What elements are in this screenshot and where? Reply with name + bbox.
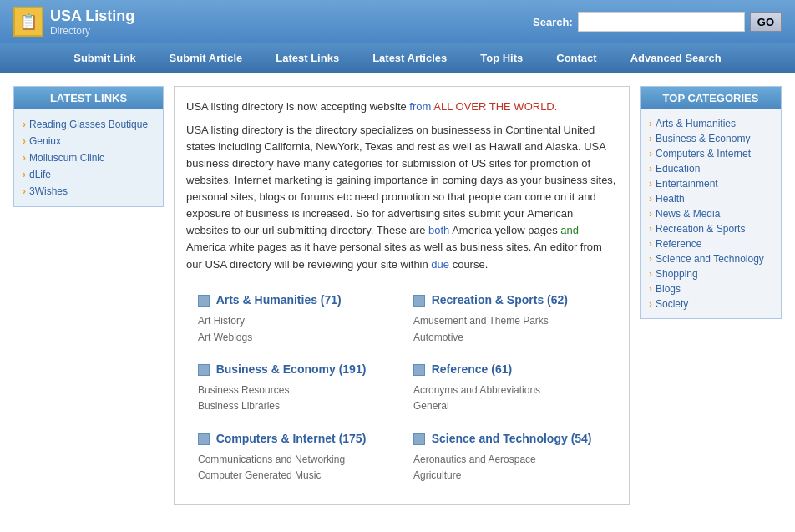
list-item[interactable]: Business & Economy bbox=[649, 131, 772, 146]
list-item: Art History bbox=[198, 313, 390, 329]
cat-header: Reference (61) bbox=[413, 362, 605, 377]
nav-latest-links[interactable]: Latest Links bbox=[259, 43, 356, 73]
list-item[interactable]: dLife bbox=[23, 166, 154, 183]
list-item: Automotive bbox=[413, 330, 605, 346]
list-item[interactable]: Shopping bbox=[649, 266, 772, 281]
cat-links-recreation: Amusement and Theme Parks Automotive bbox=[413, 313, 605, 345]
cat-links-business: Business Resources Business Libraries bbox=[198, 383, 390, 414]
cat-links-computers: Communications and Networking Computer G… bbox=[198, 452, 390, 484]
top-cat-link[interactable]: Computers & Internet bbox=[656, 148, 751, 160]
latest-link[interactable]: dLife bbox=[29, 169, 51, 180]
latest-link[interactable]: Molluscum Clinic bbox=[29, 152, 104, 164]
list-item[interactable]: News & Media bbox=[649, 206, 772, 221]
list-item: General bbox=[413, 398, 605, 414]
cat-title-computers[interactable]: Computers & Internet (175) bbox=[216, 432, 367, 445]
top-cats-list: Arts & Humanities Business & Economy Com… bbox=[641, 109, 781, 318]
cat-block-recreation: Recreation & Sports (62) Amusement and T… bbox=[402, 285, 617, 354]
search-go-button[interactable]: GO bbox=[750, 12, 782, 32]
highlight-allover: ALL OVER THE WORLD. bbox=[433, 100, 557, 113]
list-item[interactable]: Reference bbox=[649, 236, 772, 251]
top-cat-link[interactable]: News & Media bbox=[656, 208, 720, 220]
list-item: Acronyms and Abbreviations bbox=[413, 383, 605, 398]
latest-links-title: LATEST LINKS bbox=[14, 87, 163, 109]
cat-title-arts[interactable]: Arts & Humanities (71) bbox=[216, 293, 342, 307]
cat-title-reference[interactable]: Reference (61) bbox=[432, 362, 513, 376]
latest-link[interactable]: Geniux bbox=[29, 135, 61, 147]
nav-bar: Submit Link Submit Article Latest Links … bbox=[0, 43, 795, 73]
nav-latest-articles[interactable]: Latest Articles bbox=[356, 43, 463, 73]
nav-submit-link[interactable]: Submit Link bbox=[57, 43, 152, 73]
list-item[interactable]: Health bbox=[649, 191, 772, 206]
logo-area: 📋 USA Listing Directory bbox=[13, 7, 134, 37]
search-area: Search: GO bbox=[533, 12, 782, 32]
list-item: Agriculture bbox=[413, 468, 605, 484]
left-sidebar: LATEST LINKS Reading Glasses Boutique Ge… bbox=[13, 86, 164, 505]
cat-block-business: Business & Economy (191) Business Resour… bbox=[186, 354, 402, 423]
cat-icon bbox=[413, 295, 425, 307]
list-item: Communications and Networking bbox=[198, 452, 390, 468]
cat-title-science[interactable]: Science and Technology (54) bbox=[432, 432, 592, 445]
logo-icon: 📋 bbox=[13, 7, 43, 37]
cat-header: Business & Economy (191) bbox=[198, 362, 390, 377]
cat-block-science: Science and Technology (54) Aeronautics … bbox=[402, 423, 617, 493]
latest-links-list: Reading Glasses Boutique Geniux Molluscu… bbox=[14, 109, 163, 206]
list-item: Aeronautics and Aerospace bbox=[413, 452, 605, 468]
search-input[interactable] bbox=[578, 12, 745, 32]
intro-text: USA listing directory is now accepting w… bbox=[186, 99, 617, 273]
nav-contact[interactable]: Contact bbox=[539, 43, 613, 73]
intro-body: USA listing directory is the directory s… bbox=[186, 122, 617, 273]
top-cat-link[interactable]: Health bbox=[656, 193, 685, 205]
cat-links-science: Aeronautics and Aerospace Agriculture bbox=[413, 452, 605, 484]
list-item[interactable]: Education bbox=[649, 161, 772, 176]
top-cats-box: TOP CATEGORIES Arts & Humanities Busines… bbox=[640, 86, 782, 319]
list-item[interactable]: Reading Glasses Boutique bbox=[23, 116, 154, 133]
top-cat-link[interactable]: Arts & Humanities bbox=[656, 118, 736, 129]
top-cat-link[interactable]: Reference bbox=[656, 238, 701, 250]
center-content: USA listing directory is now accepting w… bbox=[174, 86, 630, 505]
cat-header: Recreation & Sports (62) bbox=[413, 293, 605, 307]
top-cat-link[interactable]: Science and Technology bbox=[656, 253, 764, 265]
list-item[interactable]: Blogs bbox=[649, 281, 772, 296]
top-cat-link[interactable]: Business & Economy bbox=[656, 133, 750, 144]
list-item[interactable]: Geniux bbox=[23, 133, 154, 149]
cat-block-reference: Reference (61) Acronyms and Abbreviation… bbox=[402, 354, 617, 423]
cat-icon bbox=[198, 295, 210, 307]
nav-advanced-search[interactable]: Advanced Search bbox=[614, 43, 738, 73]
site-title: USA Listing bbox=[50, 8, 134, 25]
latest-link[interactable]: Reading Glasses Boutique bbox=[29, 119, 148, 130]
list-item[interactable]: Arts & Humanities bbox=[649, 116, 772, 131]
latest-links-box: LATEST LINKS Reading Glasses Boutique Ge… bbox=[13, 86, 164, 207]
cat-icon bbox=[198, 433, 210, 445]
list-item[interactable]: Society bbox=[649, 296, 772, 312]
top-cat-link[interactable]: Blogs bbox=[656, 283, 681, 295]
cat-block-computers: Computers & Internet (175) Communication… bbox=[186, 423, 402, 493]
list-item: Art Weblogs bbox=[198, 330, 390, 346]
highlight-due: due bbox=[431, 258, 449, 271]
top-cat-link[interactable]: Recreation & Sports bbox=[656, 223, 745, 235]
cat-header: Arts & Humanities (71) bbox=[198, 293, 390, 307]
top-cat-link[interactable]: Shopping bbox=[656, 268, 698, 280]
cat-title-recreation[interactable]: Recreation & Sports (62) bbox=[432, 293, 568, 307]
cat-links-arts: Art History Art Weblogs bbox=[198, 313, 390, 345]
list-item[interactable]: Molluscum Clinic bbox=[23, 149, 154, 166]
list-item[interactable]: Science and Technology bbox=[649, 251, 772, 266]
list-item[interactable]: Computers & Internet bbox=[649, 146, 772, 161]
list-item[interactable]: 3Wishes bbox=[23, 183, 154, 200]
highlight-from: from bbox=[409, 100, 431, 113]
nav-top-hits[interactable]: Top Hits bbox=[463, 43, 539, 73]
cat-icon bbox=[413, 433, 425, 445]
list-item: Computer Generated Music bbox=[198, 468, 390, 484]
search-label: Search: bbox=[533, 16, 573, 28]
cat-block-arts: Arts & Humanities (71) Art History Art W… bbox=[186, 285, 402, 354]
top-cat-link[interactable]: Education bbox=[656, 163, 700, 175]
top-cats-title: TOP CATEGORIES bbox=[641, 87, 781, 109]
nav-submit-article[interactable]: Submit Article bbox=[153, 43, 260, 73]
cat-title-business[interactable]: Business & Economy (191) bbox=[216, 362, 367, 376]
list-item[interactable]: Recreation & Sports bbox=[649, 221, 772, 236]
latest-link[interactable]: 3Wishes bbox=[29, 185, 68, 197]
cat-icon bbox=[198, 364, 210, 376]
list-item[interactable]: Entertainment bbox=[649, 176, 772, 191]
top-cat-link[interactable]: Society bbox=[656, 298, 688, 310]
logo-text-area: USA Listing Directory bbox=[50, 8, 134, 37]
top-cat-link[interactable]: Entertainment bbox=[656, 178, 718, 190]
